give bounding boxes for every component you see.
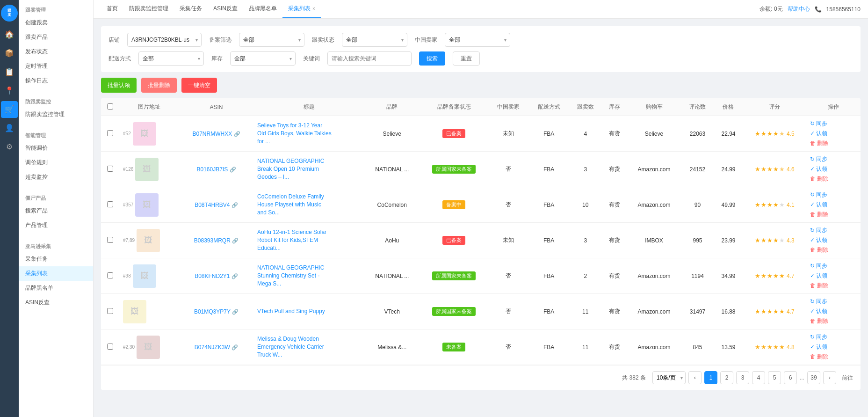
page-1-button[interactable]: 1: [704, 371, 717, 384]
page-5-button[interactable]: 5: [768, 371, 781, 384]
sidebar-item-asin-query[interactable]: ASIN反查: [19, 295, 93, 310]
product-title-6[interactable]: Melissa & Doug Wooden Emergency Vehicle …: [257, 335, 332, 358]
nav-anti-follow[interactable]: 防跟卖监控管理: [123, 0, 174, 18]
claim-btn-2[interactable]: ✓ 认领: [810, 201, 827, 209]
sidebar-item-operation-log[interactable]: 操作日志: [19, 73, 93, 88]
row-checkbox-0[interactable]: [107, 130, 113, 136]
product-title-4[interactable]: NATIONAL GEOGRAPHIC Stunning Chemistry S…: [257, 264, 332, 287]
nav-asin-query[interactable]: ASIN反查: [208, 0, 243, 18]
nav-collect-list[interactable]: 采集列表 ×: [282, 0, 321, 18]
delete-btn-1[interactable]: 🗑 删除: [810, 175, 828, 183]
clear-all-button[interactable]: 一键清空: [181, 78, 217, 93]
next-page-button[interactable]: ›: [823, 371, 836, 384]
delete-btn-5[interactable]: 🗑 删除: [810, 317, 828, 325]
sidebar-item-brand-blacklist[interactable]: 品牌黑名单: [19, 281, 93, 295]
claim-btn-0[interactable]: ✓ 认领: [810, 130, 827, 138]
page-size-select[interactable]: 10条/页 20条/页 50条/页: [652, 371, 686, 384]
asin-link-1[interactable]: B0160JB7IS: [196, 166, 228, 173]
prev-page-button[interactable]: ‹: [688, 371, 702, 384]
product-title-1[interactable]: NATIONAL GEOGRAPHIC Break Open 10 Premiu…: [257, 157, 332, 181]
record-filter-select[interactable]: 全部: [239, 33, 304, 47]
page-2-button[interactable]: 2: [720, 371, 733, 384]
sync-btn-0[interactable]: ↻ 同步: [810, 120, 827, 128]
sidebar-item-product-manage[interactable]: 产品管理: [19, 218, 93, 233]
reset-button[interactable]: 重置: [453, 51, 480, 66]
nav-home[interactable]: 首页: [101, 0, 123, 18]
sidebar-item-timing-manage[interactable]: 定时管理: [19, 59, 93, 73]
product-title-2[interactable]: CoComelon Deluxe Family House Playset wi…: [257, 193, 332, 216]
sidebar-item-follow-product[interactable]: 跟卖产品: [19, 30, 93, 44]
row-checkbox-2[interactable]: [107, 201, 113, 207]
row-checkbox-5[interactable]: [107, 308, 113, 314]
copy-icon-4[interactable]: 🔗: [231, 273, 238, 279]
china-seller-select[interactable]: 全部: [445, 33, 510, 47]
batch-delete-button[interactable]: 批量删除: [141, 78, 177, 93]
copy-icon-0[interactable]: 🔗: [234, 131, 240, 137]
sidebar-item-oversell-monitor[interactable]: 超卖监控: [19, 170, 93, 184]
sync-btn-4[interactable]: ↻ 同步: [810, 262, 827, 270]
batch-confirm-button[interactable]: 批量认领: [101, 78, 137, 93]
sidebar-item-create-follow[interactable]: 创建跟卖: [19, 15, 93, 30]
row-checkbox-6[interactable]: [107, 344, 113, 350]
icon-publish[interactable]: 📍: [1, 82, 18, 99]
delete-btn-2[interactable]: 🗑 删除: [810, 211, 828, 219]
sync-btn-6[interactable]: ↻ 同步: [810, 333, 827, 341]
stock-select[interactable]: 全部: [230, 51, 296, 66]
delete-btn-6[interactable]: 🗑 删除: [810, 353, 828, 361]
store-select[interactable]: A3RNJCGT2B0KBL-us: [127, 33, 202, 47]
sidebar-item-collect-task[interactable]: 采集任务: [19, 252, 93, 266]
icon-order[interactable]: 📋: [1, 64, 18, 80]
follow-status-select[interactable]: 全部: [342, 33, 407, 47]
close-tab-icon[interactable]: ×: [312, 6, 315, 11]
asin-link-4[interactable]: B08KFND2Y1: [195, 273, 230, 279]
sidebar-item-anti-follow-manage[interactable]: 防跟卖监控管理: [19, 107, 93, 122]
row-checkbox-1[interactable]: [107, 166, 113, 172]
copy-icon-6[interactable]: 🔗: [231, 344, 238, 350]
delete-btn-0[interactable]: 🗑 删除: [810, 139, 828, 147]
nav-collect-task[interactable]: 采集任务: [174, 0, 208, 18]
page-6-button[interactable]: 6: [784, 371, 797, 384]
claim-btn-4[interactable]: ✓ 认领: [810, 272, 827, 280]
sidebar-item-publish-status[interactable]: 发布状态: [19, 44, 93, 59]
copy-icon-3[interactable]: 🔗: [232, 238, 239, 243]
sidebar-item-search-product[interactable]: 搜索产品: [19, 204, 93, 218]
copy-icon-1[interactable]: 🔗: [230, 167, 236, 172]
sync-btn-2[interactable]: ↻ 同步: [810, 191, 827, 199]
last-page-button[interactable]: 39: [807, 371, 820, 384]
asin-link-0[interactable]: B07NRMWHXX: [192, 131, 232, 137]
sync-btn-5[interactable]: ↻ 同步: [810, 298, 827, 306]
asin-link-3[interactable]: B08393MRQR: [194, 237, 231, 244]
nav-brand-blacklist[interactable]: 品牌黑名单: [243, 0, 282, 18]
sidebar-item-collect-list[interactable]: 采集列表: [19, 266, 93, 281]
sidebar-item-smart-pricing[interactable]: 智能调价: [19, 141, 93, 155]
shipping-select[interactable]: 全部: [138, 51, 204, 66]
page-4-button[interactable]: 4: [752, 371, 765, 384]
claim-btn-3[interactable]: ✓ 认领: [810, 236, 827, 244]
copy-icon-5[interactable]: 🔗: [232, 309, 239, 315]
asin-link-2[interactable]: B08T4HRBV4: [195, 202, 230, 208]
keyword-input[interactable]: [327, 51, 412, 66]
claim-btn-6[interactable]: ✓ 认领: [810, 343, 827, 351]
delete-btn-3[interactable]: 🗑 删除: [810, 246, 828, 254]
icon-home[interactable]: 🏠: [1, 26, 18, 43]
help-center-link[interactable]: 帮助中心: [788, 5, 810, 13]
sync-btn-3[interactable]: ↻ 同步: [810, 227, 827, 234]
select-all-checkbox[interactable]: [107, 103, 113, 110]
page-3-button[interactable]: 3: [736, 371, 749, 384]
product-title-3[interactable]: AoHu 12-in-1 Science Solar Robot Kit for…: [257, 228, 332, 252]
claim-btn-5[interactable]: ✓ 认领: [810, 307, 827, 315]
icon-goods[interactable]: 📦: [1, 45, 18, 62]
row-checkbox-3[interactable]: [107, 237, 113, 243]
delete-btn-4[interactable]: 🗑 删除: [810, 282, 828, 290]
icon-purchase[interactable]: 🛒: [1, 101, 18, 118]
product-title-5[interactable]: VTech Pull and Sing Puppy: [257, 307, 332, 315]
search-button[interactable]: 搜索: [419, 51, 445, 66]
sync-btn-1[interactable]: ↻ 同步: [810, 155, 827, 163]
sidebar-item-pricing-rule[interactable]: 调价规则: [19, 155, 93, 170]
icon-system[interactable]: ⚙: [1, 139, 18, 155]
asin-link-6[interactable]: B074NJZK3W: [195, 344, 230, 351]
claim-btn-1[interactable]: ✓ 认领: [810, 165, 827, 173]
copy-icon-2[interactable]: 🔗: [231, 202, 238, 208]
icon-member[interactable]: 👤: [1, 120, 18, 137]
asin-link-5[interactable]: B01MQ3YP7Y: [194, 308, 231, 315]
